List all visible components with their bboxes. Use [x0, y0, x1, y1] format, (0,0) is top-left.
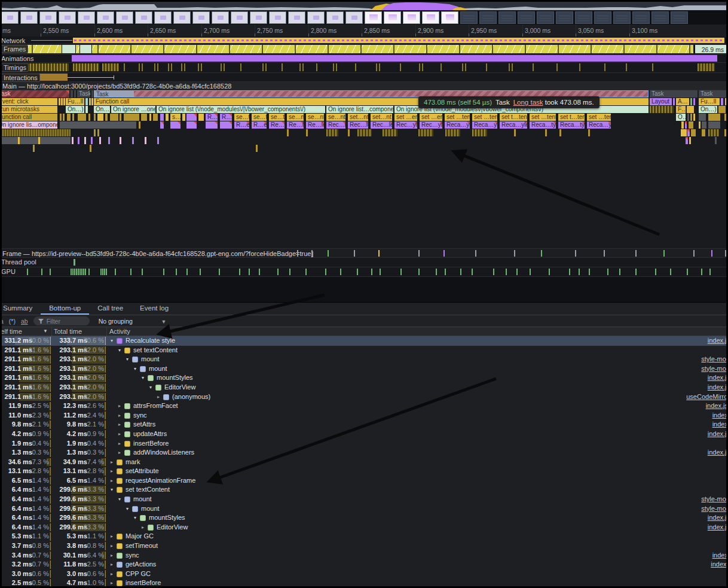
expand-icon[interactable]: ▸: [109, 458, 115, 467]
flame-bar[interactable]: [256, 145, 258, 152]
flame-bar[interactable]: [132, 137, 134, 144]
table-row[interactable]: 6.4 ms1.4 %299.6 ms63.3 %▸EditorViewinde…: [0, 523, 728, 532]
filmstrip-thumbnail[interactable]: [651, 11, 669, 24]
flame-bar[interactable]: On ignore list (\/node_modules\/|\/bower…: [157, 106, 325, 113]
flame-bar[interactable]: [71, 90, 73, 98]
flame-bar[interactable]: [91, 90, 93, 98]
flame-bar[interactable]: Reca…tyle: [558, 121, 585, 129]
flame-bar[interactable]: [559, 129, 561, 136]
filmstrip-thumbnail[interactable]: [326, 11, 344, 24]
match-whole-word-toggle[interactable]: ab: [21, 318, 28, 325]
flame-bar[interactable]: [687, 129, 690, 136]
expand-icon[interactable]: ▸: [109, 551, 115, 560]
flame-bar[interactable]: [681, 129, 687, 136]
flame-bar[interactable]: [690, 114, 692, 121]
filmstrip-thumbnail[interactable]: [671, 11, 688, 24]
expand-icon[interactable]: ▸: [117, 429, 123, 439]
flame-bar[interactable]: [348, 129, 350, 136]
flame-bar[interactable]: [724, 129, 727, 136]
expand-icon[interactable]: ▸: [109, 578, 115, 588]
flame-bar[interactable]: [99, 137, 101, 144]
flame-bar[interactable]: [702, 129, 705, 136]
table-row[interactable]: 3.7 ms0.8 %3.8 ms0.8 %▸setTimeout: [0, 541, 728, 551]
source-link[interactable]: index.js: [708, 448, 728, 458]
flame-bar[interactable]: [687, 106, 694, 113]
flame-bar[interactable]: [105, 114, 108, 121]
flame-bar[interactable]: set …tent: [530, 114, 556, 121]
filmstrip-thumbnail[interactable]: [173, 11, 191, 24]
source-link[interactable]: index.js: [708, 336, 728, 346]
flame-bar[interactable]: [78, 114, 86, 121]
filter-input[interactable]: Filter: [33, 316, 90, 325]
filmstrip-thumbnail[interactable]: [116, 11, 133, 24]
table-row[interactable]: 5.3 ms1.1 %5.3 ms1.1 %▸Major GC: [0, 532, 728, 541]
expand-icon[interactable]: ▸: [109, 467, 115, 476]
flame-bar[interactable]: [182, 114, 185, 121]
expand-icon[interactable]: ▸: [140, 523, 146, 532]
interactions-track[interactable]: Interactions: [0, 73, 728, 82]
network-track[interactable]: Network: [0, 36, 728, 44]
flame-bar[interactable]: [383, 129, 397, 136]
flame-bar[interactable]: Run microtasks: [0, 106, 57, 113]
table-row[interactable]: 4.2 ms0.9 %4.2 ms0.9 %▸updateAttrsindex.…: [0, 429, 728, 439]
flame-bar[interactable]: On ignore …onents\/): [111, 106, 155, 113]
collapse-icon[interactable]: ▾: [132, 364, 138, 374]
flame-bar[interactable]: set…nt: [348, 114, 368, 121]
gpu-section[interactable]: GPU: [0, 267, 728, 277]
animations-track[interactable]: Animations: [0, 54, 728, 63]
flame-bar[interactable]: [306, 129, 308, 136]
table-row[interactable]: 6.4 ms1.4 %299.6 ms63.3 %▾set textConten…: [0, 485, 728, 495]
flame-bar[interactable]: [699, 114, 706, 121]
flame-bar[interactable]: set …ent: [420, 114, 442, 121]
flame-bar[interactable]: se…t: [269, 114, 285, 121]
source-link[interactable]: style-mod: [701, 495, 728, 504]
flame-bar[interactable]: [198, 114, 204, 121]
flame-bar[interactable]: [693, 114, 695, 121]
flame-bar[interactable]: [708, 121, 720, 129]
table-row[interactable]: 6.4 ms1.4 %299.6 ms63.3 %▾mountstyle-mod: [0, 495, 728, 504]
flame-bar[interactable]: Rec…le: [371, 121, 392, 129]
filmstrip-thumbnail[interactable]: [365, 11, 382, 24]
flame-bar[interactable]: [287, 129, 289, 136]
tab-event-log[interactable]: Event log: [131, 303, 177, 315]
flame-bar[interactable]: se…nt: [326, 114, 345, 121]
collapse-icon[interactable]: ▾: [109, 336, 115, 346]
flame-bar[interactable]: [702, 121, 706, 129]
flame-bar[interactable]: Reca…yle: [445, 121, 470, 129]
flame-bar[interactable]: Function call: [0, 114, 57, 121]
collapse-icon[interactable]: ▾: [132, 513, 138, 523]
flame-bar[interactable]: On ignore list…components\/): [326, 106, 393, 113]
flame-bar[interactable]: [693, 98, 695, 105]
flame-bar[interactable]: Task: [0, 90, 69, 98]
flame-bar[interactable]: [91, 98, 93, 105]
flame-bar[interactable]: Layout: [650, 98, 672, 105]
flame-bar[interactable]: Re…e: [269, 121, 285, 129]
table-row[interactable]: 291.1 ms61.6 %293.1 ms62.0 %▾mountStyles…: [0, 373, 728, 383]
flame-bar[interactable]: [85, 98, 88, 105]
source-link[interactable]: index.: [712, 551, 728, 560]
filmstrip-thumbnail[interactable]: [403, 11, 420, 24]
thread-pool-section[interactable]: Thread pool: [0, 258, 728, 267]
flame-bar[interactable]: [357, 129, 372, 136]
flame-bar[interactable]: set …tent: [472, 114, 497, 121]
filmstrip-thumbnail[interactable]: [97, 11, 114, 24]
filmstrip-thumbnail[interactable]: [384, 11, 401, 24]
flame-bar[interactable]: [61, 98, 63, 105]
flame-bar[interactable]: [84, 137, 86, 144]
flame-bar[interactable]: Re…le: [287, 121, 304, 129]
flame-bar[interactable]: [721, 98, 723, 105]
screenshot-filmstrip[interactable]: [0, 10, 728, 25]
flame-bar[interactable]: On…): [699, 106, 717, 113]
flame-bar[interactable]: O…: [676, 114, 686, 121]
flame-bar[interactable]: se…nt: [287, 114, 304, 121]
flame-bar[interactable]: [708, 129, 719, 136]
flame-bar[interactable]: se…t: [234, 114, 249, 121]
source-link[interactable]: style-mod: [701, 504, 728, 514]
source-link[interactable]: index.js: [708, 513, 728, 523]
source-link[interactable]: index.js:: [706, 401, 728, 411]
source-link[interactable]: index.js: [708, 383, 728, 392]
flame-bar[interactable]: Reca…yle: [500, 121, 527, 129]
table-row[interactable]: 3.4 ms0.7 %30.1 ms6.4 %▸syncindex.: [0, 551, 728, 560]
flame-bar[interactable]: [0, 137, 71, 144]
filmstrip-thumbnail[interactable]: [460, 11, 478, 24]
